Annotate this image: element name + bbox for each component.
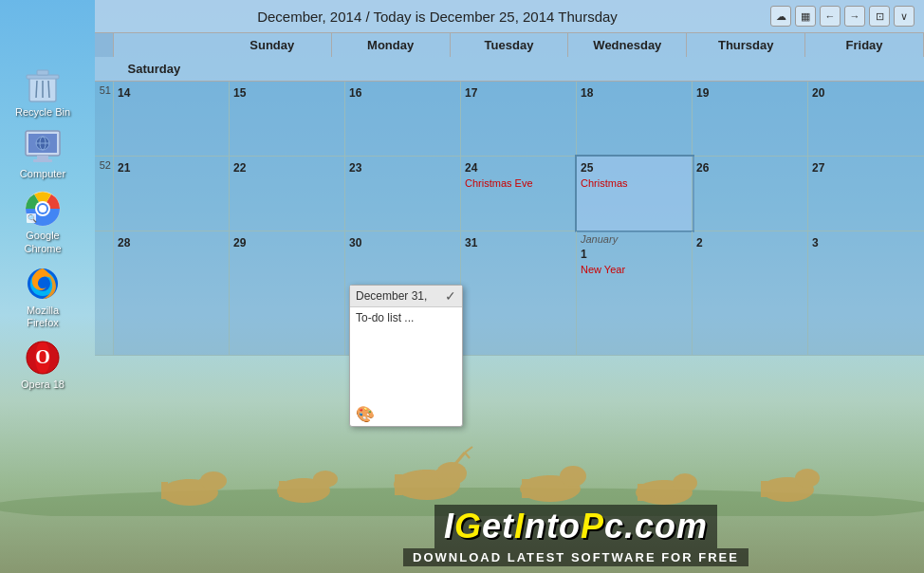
day-num: 20 (812, 86, 824, 100)
day-num: 15 (233, 86, 246, 100)
recycle-bin-icon[interactable]: Recycle Bin (9, 66, 76, 119)
opera-icon[interactable]: O Opera 18 (9, 339, 76, 391)
day-num: 21 (118, 161, 130, 175)
cell-jan2[interactable]: 2 (693, 231, 808, 355)
cell-dec22[interactable]: 22 (230, 157, 345, 231)
popup-body[interactable]: To-do list ... (350, 307, 462, 402)
google-chrome-desktop-icon[interactable]: 🔍 Google Chrome (9, 190, 76, 254)
day-num: 23 (349, 161, 361, 175)
day-monday: Monday (332, 33, 451, 57)
cell-dec23[interactable]: 23 (345, 157, 461, 231)
cell-dec26[interactable]: 26 (693, 157, 808, 231)
svg-text:O: O (35, 346, 50, 367)
desktop-icons-container: Recycle Bin Computer (9, 66, 76, 391)
popup-header: December 31, ✓ (350, 286, 462, 307)
cell-dec24[interactable]: 24 Christmas Eve (461, 157, 577, 231)
day-num: 22 (233, 161, 246, 175)
popup-close-button[interactable]: ✓ (445, 288, 456, 304)
day-tuesday: Tuesday (451, 33, 569, 57)
cell-dec18[interactable]: 18 (577, 82, 693, 156)
screen-button[interactable]: ⊡ (869, 6, 890, 27)
week-row-52: 52 21 22 23 24 Christmas Eve 25 Christma… (95, 157, 924, 231)
svg-rect-48 (37, 156, 48, 159)
calendar-nav-button[interactable]: ▦ (795, 6, 816, 27)
mozilla-firefox-icon[interactable]: Mozilla Firefox (9, 265, 76, 329)
day-sunday: Sunday (213, 33, 332, 57)
popup-body-text: To-do list ... (356, 311, 414, 324)
firefox-label: Mozilla Firefox (27, 305, 59, 329)
cell-dec27[interactable]: 27 (808, 157, 924, 231)
cell-dec21[interactable]: 21 (114, 157, 230, 231)
opera-label: Opera 18 (21, 379, 65, 391)
day-num: 3 (812, 236, 819, 250)
cell-dec15[interactable]: 15 (230, 82, 345, 156)
day-num: 19 (696, 86, 709, 100)
cloud-button[interactable]: ☁ (770, 6, 791, 27)
day-num: 24 (465, 161, 477, 175)
day-num: 30 (349, 236, 361, 250)
back-button[interactable]: ← (820, 6, 841, 27)
calendar-title: December, 2014 / Today is December 25, 2… (104, 9, 770, 25)
svg-rect-41 (27, 75, 59, 79)
desktop: Recycle Bin Computer (0, 0, 924, 573)
day-num: 31 (465, 236, 477, 250)
day-num: 26 (696, 161, 709, 175)
cell-dec31[interactable]: 31 (461, 231, 577, 355)
day-num: 29 (233, 236, 246, 250)
watermark-main: IGetIntoPc.com (434, 505, 717, 548)
week-num-last (95, 231, 114, 355)
week-row-51: 51 14 15 16 17 18 19 20 (95, 82, 924, 157)
chrome-image: 🔍 (24, 190, 62, 228)
cell-dec29[interactable]: 29 (230, 231, 345, 355)
svg-line-43 (36, 81, 37, 98)
firefox-image (24, 265, 62, 303)
popup-footer: 🎨 (350, 402, 462, 426)
day-num: 17 (465, 86, 477, 100)
cell-dec17[interactable]: 17 (461, 82, 577, 156)
week-num-51: 51 (95, 82, 114, 156)
watermark-highlight: GetIntoPc (454, 507, 624, 545)
day-num: 28 (118, 236, 130, 250)
watermark: IGetIntoPc.com Download Latest Software … (228, 497, 924, 573)
calendar-nav: ☁ ▦ ← → ⊡ ∨ (770, 6, 915, 27)
svg-text:🔍: 🔍 (28, 213, 37, 223)
watermark-sub: Download Latest Software for Free (403, 548, 748, 566)
cell-dec14[interactable]: 14 (114, 82, 230, 156)
svg-rect-42 (37, 70, 48, 75)
calendar-title-text: December, 2014 / Today is December 25, 2… (257, 9, 618, 25)
day-num: 1 (581, 248, 587, 261)
calendar-header: December, 2014 / Today is December 25, 2… (95, 0, 924, 33)
dropdown-button[interactable]: ∨ (894, 6, 915, 27)
cell-dec19[interactable]: 19 (693, 82, 808, 156)
watermark-i: I (444, 507, 454, 545)
day-saturday: Saturday (95, 57, 213, 81)
january-label: January (581, 233, 688, 245)
watermark-dot-com: .com (624, 507, 708, 545)
forward-button[interactable]: → (844, 6, 865, 27)
day-num: 14 (118, 86, 130, 100)
cell-dec20[interactable]: 20 (808, 82, 924, 156)
computer-image (24, 128, 62, 166)
cell-jan3[interactable]: 3 (808, 231, 924, 355)
day-wednesday: Wednesday (568, 33, 687, 57)
week-row-last: 28 29 30 31 January 1 New Year 2 3 (95, 231, 924, 356)
week-num-52: 52 (95, 157, 114, 231)
paint-icon[interactable]: 🎨 (356, 405, 375, 423)
recycle-bin-label: Recycle Bin (15, 106, 70, 119)
christmas-event: Christmas (581, 177, 688, 189)
chrome-label: Google Chrome (24, 230, 61, 254)
svg-point-57 (39, 205, 46, 213)
event-popup: December 31, ✓ To-do list ... 🎨 (349, 285, 463, 427)
day-num: 18 (581, 86, 593, 100)
computer-icon[interactable]: Computer (9, 128, 76, 180)
calendar-day-headers: Sunday Monday Tuesday Wednesday Thursday… (95, 33, 924, 82)
day-num: 16 (349, 86, 361, 100)
christmas-eve-event: Christmas Eve (465, 177, 572, 189)
recycle-bin-image (24, 66, 62, 104)
cell-jan1[interactable]: January 1 New Year (577, 231, 693, 355)
calendar-widget: December, 2014 / Today is December 25, 2… (95, 0, 924, 573)
computer-label: Computer (20, 168, 65, 180)
cell-dec25-today[interactable]: 25 Christmas (577, 157, 693, 231)
cell-dec16[interactable]: 16 (345, 82, 461, 156)
cell-dec28[interactable]: 28 (114, 231, 230, 355)
